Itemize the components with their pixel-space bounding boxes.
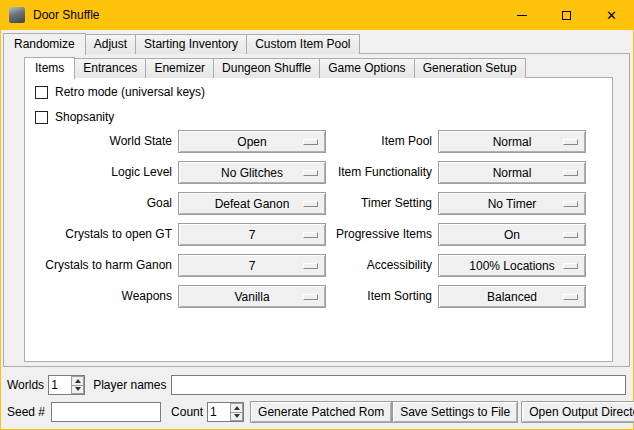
retro-mode-label: Retro mode (universal keys) xyxy=(55,85,205,99)
tab-custom-item-pool[interactable]: Custom Item Pool xyxy=(246,34,359,54)
worlds-spin-arrows xyxy=(71,376,84,394)
shopsanity-row: Shopsanity xyxy=(35,109,114,125)
progressive-items-value: On xyxy=(504,228,520,242)
tab-adjust[interactable]: Adjust xyxy=(85,34,136,54)
crystals-ganon-value: 7 xyxy=(249,259,256,273)
close-icon: ✕ xyxy=(606,9,617,22)
save-settings-button[interactable]: Save Settings to File xyxy=(392,401,518,423)
item-sorting-value: Balanced xyxy=(487,290,537,304)
seed-input[interactable] xyxy=(51,402,161,422)
logic-level-value: No Glitches xyxy=(221,166,283,180)
dropdown-indicator-icon xyxy=(303,170,318,176)
worlds-spinbox xyxy=(48,375,85,395)
crystals-ganon-dropdown[interactable]: 7 xyxy=(178,254,326,277)
item-pool-value: Normal xyxy=(493,135,532,149)
dropdown-indicator-icon xyxy=(563,170,578,176)
progressive-items-label: Progressive Items xyxy=(332,223,432,246)
weapons-value: Vanilla xyxy=(234,290,269,304)
tab-enemizer[interactable]: Enemizer xyxy=(145,58,214,78)
items-panel: Retro mode (universal keys) Shopsanity W… xyxy=(24,77,613,362)
tab-generation-setup[interactable]: Generation Setup xyxy=(414,58,526,78)
minimize-button[interactable] xyxy=(499,0,544,30)
maximize-icon xyxy=(562,11,571,20)
client-area: Randomize Adjust Starting Inventory Cust… xyxy=(1,30,633,429)
accessibility-dropdown[interactable]: 100% Locations xyxy=(438,254,586,277)
weapons-label: Weapons xyxy=(26,285,172,308)
player-names-input[interactable] xyxy=(171,375,627,395)
spin-up-icon xyxy=(234,406,240,410)
tab-randomize[interactable]: Randomize xyxy=(3,33,86,55)
dropdown-indicator-icon xyxy=(563,232,578,238)
worlds-row: Worlds Player names xyxy=(7,374,626,396)
generate-patched-rom-button[interactable]: Generate Patched Rom xyxy=(250,401,392,423)
weapons-dropdown[interactable]: Vanilla xyxy=(178,285,326,308)
item-sorting-label: Item Sorting xyxy=(332,285,432,308)
timer-setting-label: Timer Setting xyxy=(332,192,432,215)
sub-tab-bar: Items Entrances Enemizer Dungeon Shuffle… xyxy=(24,56,526,78)
item-functionality-dropdown[interactable]: Normal xyxy=(438,161,586,184)
tab-game-options[interactable]: Game Options xyxy=(319,58,414,78)
shopsanity-checkbox[interactable] xyxy=(35,111,48,124)
spin-down-icon xyxy=(75,387,81,391)
seed-row: Seed # Count Generate Patched Rom Save S… xyxy=(7,401,626,423)
title-bar[interactable]: Door Shuffle ✕ xyxy=(0,0,634,30)
close-button[interactable]: ✕ xyxy=(589,0,634,30)
accessibility-value: 100% Locations xyxy=(469,259,554,273)
item-pool-dropdown[interactable]: Normal xyxy=(438,130,586,153)
timer-setting-value: No Timer xyxy=(488,197,537,211)
dropdown-indicator-icon xyxy=(563,294,578,300)
goal-value: Defeat Ganon xyxy=(215,197,290,211)
caption-buttons: ✕ xyxy=(499,0,634,30)
timer-setting-dropdown[interactable]: No Timer xyxy=(438,192,586,215)
crystals-gt-label: Crystals to open GT xyxy=(26,223,172,246)
dropdown-indicator-icon xyxy=(303,294,318,300)
retro-mode-row: Retro mode (universal keys) xyxy=(35,84,205,100)
accessibility-label: Accessibility xyxy=(332,254,432,277)
seed-label: Seed # xyxy=(7,405,45,419)
player-names-label: Player names xyxy=(93,378,166,392)
worlds-input[interactable] xyxy=(49,376,71,394)
item-functionality-label: Item Functionality xyxy=(332,161,432,184)
world-state-dropdown[interactable]: Open xyxy=(178,130,326,153)
minimize-icon xyxy=(517,15,527,16)
window-title: Door Shuffle xyxy=(33,8,100,22)
spin-up-icon xyxy=(75,379,81,383)
count-spin-arrows xyxy=(230,403,243,421)
crystals-gt-dropdown[interactable]: 7 xyxy=(178,223,326,246)
dropdown-indicator-icon xyxy=(303,201,318,207)
tab-dungeon-shuffle[interactable]: Dungeon Shuffle xyxy=(213,58,320,78)
main-tab-bar: Randomize Adjust Starting Inventory Cust… xyxy=(3,32,360,54)
tab-starting-inventory[interactable]: Starting Inventory xyxy=(135,34,247,54)
count-label: Count xyxy=(171,405,203,419)
count-input[interactable] xyxy=(208,403,230,421)
dropdown-indicator-icon xyxy=(563,263,578,269)
dropdown-indicator-icon xyxy=(563,201,578,207)
shopsanity-label: Shopsanity xyxy=(55,110,114,124)
randomize-panel: Items Entrances Enemizer Dungeon Shuffle… xyxy=(3,53,630,367)
logic-level-label: Logic Level xyxy=(26,161,172,184)
count-spinbox xyxy=(207,402,244,422)
count-spin-down-button[interactable] xyxy=(230,412,243,422)
open-output-directory-button[interactable]: Open Output Directory xyxy=(521,401,634,423)
maximize-button[interactable] xyxy=(544,0,589,30)
tab-entrances[interactable]: Entrances xyxy=(74,58,146,78)
worlds-spin-down-button[interactable] xyxy=(71,385,84,395)
options-form: World State Open Item Pool Normal Logic … xyxy=(26,130,586,308)
item-pool-label: Item Pool xyxy=(332,130,432,153)
crystals-ganon-label: Crystals to harm Ganon xyxy=(26,254,172,277)
goal-label: Goal xyxy=(26,192,172,215)
app-window: Door Shuffle ✕ Randomize Adjust Starting… xyxy=(0,0,634,430)
goal-dropdown[interactable]: Defeat Ganon xyxy=(178,192,326,215)
dropdown-indicator-icon xyxy=(303,232,318,238)
spin-down-icon xyxy=(234,414,240,418)
retro-mode-checkbox[interactable] xyxy=(35,86,48,99)
progressive-items-dropdown[interactable]: On xyxy=(438,223,586,246)
dropdown-indicator-icon xyxy=(303,139,318,145)
tab-items[interactable]: Items xyxy=(24,57,75,79)
dropdown-indicator-icon xyxy=(303,263,318,269)
app-icon xyxy=(9,7,25,23)
worlds-label: Worlds xyxy=(7,378,44,392)
item-sorting-dropdown[interactable]: Balanced xyxy=(438,285,586,308)
crystals-gt-value: 7 xyxy=(249,228,256,242)
logic-level-dropdown[interactable]: No Glitches xyxy=(178,161,326,184)
